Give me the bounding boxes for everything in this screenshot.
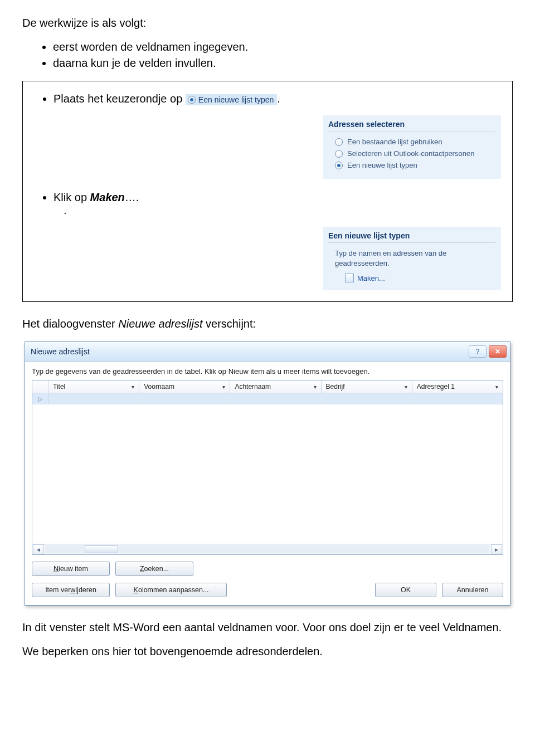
grid-cell[interactable] — [412, 393, 503, 404]
btn-label: Annuleren — [457, 586, 489, 594]
nieuw-item-button[interactable]: Nieuw item — [32, 562, 110, 576]
chevron-down-icon[interactable]: ▾ — [132, 384, 134, 390]
wizard-body: Typ de namen en adressen van de geadress… — [328, 247, 495, 274]
radio-chip-label: Een nieuwe lijst typen — [198, 95, 274, 104]
wizard-nieuwe-lijst-typen: Een nieuwe lijst typen Typ de namen en a… — [323, 227, 501, 290]
radio-icon — [335, 150, 343, 158]
address-grid[interactable]: Titel ▾ Voornaam ▾ Achternaam ▾ Bedrijf … — [32, 380, 503, 555]
column-label: Voornaam — [144, 383, 174, 391]
boxed-steps: Plaats het keuzerondje op Een nieuwe lij… — [22, 81, 513, 302]
grid-cell[interactable] — [322, 393, 412, 404]
column-label: Titel — [53, 383, 65, 391]
grid-row-active[interactable]: ▷ — [32, 393, 503, 404]
help-button[interactable]: ? — [469, 345, 487, 358]
scroll-right-icon[interactable]: ► — [491, 544, 502, 554]
column-header-titel[interactable]: Titel ▾ — [48, 381, 139, 393]
grid-header: Titel ▾ Voornaam ▾ Achternaam ▾ Bedrijf … — [32, 381, 503, 393]
btn-label: OK — [401, 586, 411, 594]
wizard-option-label: Een bestaande lijst gebruiken — [347, 138, 442, 146]
btn-accel: Z — [140, 565, 144, 573]
column-header-bedrijf[interactable]: Bedrijf ▾ — [322, 381, 412, 393]
zoeken-button[interactable]: Zoeken... — [115, 562, 193, 576]
grid-cell[interactable] — [230, 393, 321, 404]
column-label: Achternaam — [235, 383, 271, 391]
close-button[interactable]: ✕ — [489, 345, 507, 358]
dialog-titlebar[interactable]: Nieuwe adreslijst ? ✕ — [25, 342, 510, 362]
step-click-maken: Klik op Maken…. . — [54, 191, 501, 217]
grid-cell[interactable] — [139, 393, 230, 404]
chevron-down-icon[interactable]: ▾ — [405, 384, 407, 390]
column-header-voornaam[interactable]: Voornaam ▾ — [139, 381, 230, 393]
btn-post: ieuw item — [59, 565, 88, 573]
dialog-name: Nieuwe adreslijst — [118, 318, 202, 330]
step-suffix: …. — [125, 191, 139, 203]
item-verwijderen-button[interactable]: Item verwijderen — [32, 583, 110, 597]
btn-accel: K — [134, 586, 138, 594]
step-text: Plaats het keuzerondje op — [54, 92, 186, 105]
kolommen-aanpassen-button[interactable]: Kolommen aanpassen... — [115, 583, 227, 597]
wizard-body-line: Typ de namen en adressen van de — [335, 249, 446, 257]
intro-bullet: eerst worden de veldnamen ingegeven. — [53, 41, 513, 53]
wizard-option-bestaande-lijst[interactable]: Een bestaande lijst gebruiken — [328, 136, 495, 148]
btn-accel: N — [54, 565, 59, 573]
radio-icon — [188, 96, 196, 104]
radio-icon — [335, 162, 343, 169]
dialog-title: Nieuwe adreslijst — [31, 347, 90, 356]
dialog-nieuwe-adreslijst: Nieuwe adreslijst ? ✕ Typ de gegevens va… — [25, 342, 510, 606]
btn-pre: Item ver — [45, 586, 70, 594]
column-header-adresregel1[interactable]: Adresregel 1 ▾ — [412, 381, 503, 393]
scroll-track[interactable] — [46, 545, 489, 553]
ok-button[interactable]: OK — [375, 583, 436, 597]
chevron-down-icon[interactable]: ▾ — [222, 384, 225, 390]
wizard-adressen-selecteren: Adressen selecteren Een bestaande lijst … — [323, 115, 501, 179]
column-label: Bedrijf — [326, 383, 345, 391]
dialog-instruction: Typ de gegevens van de geadresseerden in… — [32, 367, 503, 375]
step-place-radio: Plaats het keuzerondje op Een nieuwe lij… — [54, 92, 501, 105]
row-marker-icon: ▷ — [32, 393, 48, 404]
grid-empty-area — [32, 404, 503, 544]
dialog-button-row-1: Nieuw item Zoeken... — [25, 555, 510, 583]
wizard-link-maken[interactable]: Maken... — [328, 274, 495, 282]
trailing-dot: . — [54, 204, 501, 217]
btn-post: oeken... — [144, 565, 169, 573]
closing-paragraph-2: We beperken ons hier tot bovengenoemde a… — [22, 645, 513, 658]
text: Het dialoogvenster — [22, 318, 118, 330]
btn-accel: w — [70, 586, 75, 594]
scroll-left-icon[interactable]: ◄ — [33, 544, 44, 554]
grid-cell[interactable] — [48, 393, 139, 404]
intro-text: De werkwijze is als volgt: — [22, 17, 513, 30]
intro-bullet-list: eerst worden de veldnamen ingegeven. daa… — [22, 41, 513, 70]
chevron-down-icon[interactable]: ▾ — [495, 384, 498, 390]
annuleren-button[interactable]: Annuleren — [442, 583, 503, 597]
chevron-down-icon[interactable]: ▾ — [314, 384, 317, 390]
wizard-body-line: geadresseerden. — [335, 259, 390, 267]
scroll-thumb[interactable] — [85, 545, 118, 553]
radio-chip-nieuwe-lijst[interactable]: Een nieuwe lijst typen — [186, 94, 277, 105]
wizard-option-outlook[interactable]: Selecteren uit Outlook-contactpersonen — [328, 148, 495, 159]
column-header-achternaam[interactable]: Achternaam ▾ — [230, 381, 321, 393]
wizard-title: Adressen selecteren — [328, 120, 495, 131]
wizard-option-nieuwe-lijst[interactable]: Een nieuwe lijst typen — [328, 159, 495, 171]
column-label: Adresregel 1 — [417, 383, 455, 391]
text: verschijnt: — [203, 318, 256, 330]
radio-icon — [335, 138, 343, 146]
step-action: Maken — [90, 191, 125, 203]
row-marker-header — [32, 381, 48, 393]
dialog-button-row-2: Item verwijderen Kolommen aanpassen... O… — [25, 583, 510, 605]
table-icon — [345, 274, 354, 282]
wizard-option-label: Een nieuwe lijst typen — [347, 161, 417, 169]
step-suffix: . — [277, 92, 280, 105]
btn-post: olommen aanpassen... — [138, 586, 208, 594]
wizard-title: Een nieuwe lijst typen — [328, 231, 495, 243]
step-text: Klik op — [54, 191, 90, 203]
btn-post: ijderen — [75, 586, 96, 594]
closing-paragraph-1: In dit venster stelt MS-Word een aantal … — [22, 621, 513, 634]
dialog-intro-text: Het dialoogvenster Nieuwe adreslijst ver… — [22, 318, 513, 330]
wizard-option-label: Selecteren uit Outlook-contactpersonen — [347, 149, 474, 158]
wizard-link-label: Maken... — [357, 274, 385, 282]
horizontal-scrollbar[interactable]: ◄ ► — [32, 544, 503, 554]
intro-bullet: daarna kun je de velden invullen. — [53, 57, 513, 70]
